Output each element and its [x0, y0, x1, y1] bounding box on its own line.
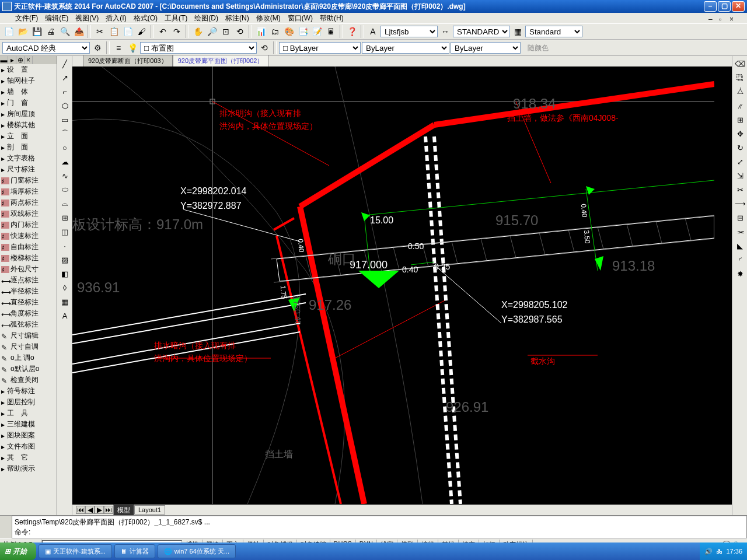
point-icon[interactable]: · — [58, 239, 71, 252]
tree-item[interactable]: ⟷直径标注 — [0, 297, 57, 308]
preview-icon[interactable]: 🔍 — [58, 25, 71, 38]
calc-icon[interactable]: 🖩 — [324, 25, 337, 38]
layer-dropdown[interactable]: □ 布置图 — [140, 42, 257, 54]
taskbar-app-tangent[interactable]: ▣天正软件-建筑系... — [39, 544, 112, 558]
save-icon[interactable]: 💾 — [30, 25, 43, 38]
line-icon[interactable]: ╱ — [58, 57, 71, 70]
chamfer-icon[interactable]: ◣ — [734, 239, 746, 252]
copy-icon[interactable]: 📋 — [107, 25, 120, 38]
tree-item[interactable]: ♯墙厚标注 — [0, 186, 57, 197]
tree-item[interactable]: ♯两点标注 — [0, 197, 57, 208]
zoom-win-icon[interactable]: ⊡ — [219, 25, 232, 38]
pline-icon[interactable]: ⌐ — [58, 85, 71, 98]
menu-dimension[interactable]: 标注(N) — [222, 12, 253, 24]
table-style-icon[interactable]: ▦ — [511, 25, 524, 38]
paste-icon[interactable]: 📄 — [121, 25, 134, 38]
tree-item[interactable]: ♯外包尺寸 — [0, 264, 57, 275]
tab-next-icon[interactable]: ▶ — [95, 506, 104, 514]
tree-item[interactable]: ✎o默认层o — [0, 363, 57, 374]
dim-style-icon[interactable]: ↔ — [439, 25, 452, 38]
lineweight-dropdown[interactable]: ByLayer — [451, 42, 521, 54]
tree-item[interactable]: ▸楼梯其他 — [0, 120, 57, 131]
tree-item[interactable]: ▸轴网柱子 — [0, 75, 57, 86]
mdi-close[interactable]: × — [726, 14, 735, 22]
mdi-minimize[interactable]: – — [705, 14, 714, 22]
zoom-rt-icon[interactable]: 🔎 — [205, 25, 218, 38]
tray-vol-icon[interactable]: 🔊 — [704, 548, 713, 555]
system-tray[interactable]: 🔊 🖧 17:36 — [700, 542, 747, 560]
menu-window[interactable]: 窗口(W) — [284, 12, 316, 24]
xline-icon[interactable]: ↗ — [58, 71, 71, 84]
tree-item[interactable]: ✎尺寸自调 — [0, 341, 57, 352]
tree-item[interactable]: ⟷半径标注 — [0, 286, 57, 297]
extend-icon[interactable]: ⟶ — [734, 197, 746, 210]
tree-pin-icon[interactable]: ⊕ — [16, 56, 25, 64]
menu-insert[interactable]: 插入(I) — [102, 12, 130, 24]
cut-icon[interactable]: ✂ — [93, 25, 106, 38]
tree-item[interactable]: ✎o上 调o — [0, 352, 57, 363]
table-icon[interactable]: ▦ — [58, 295, 71, 308]
tp-icon[interactable]: 🎨 — [282, 25, 295, 38]
tab-003[interactable]: 920皮带廊断面（打印003） — [83, 55, 173, 66]
tree-item[interactable]: ♯自由标注 — [0, 242, 57, 253]
stretch-icon[interactable]: ⇲ — [734, 169, 746, 182]
tree-item[interactable]: ▸房间屋顶 — [0, 108, 57, 120]
menu-modify[interactable]: 修改(M) — [253, 12, 284, 24]
tree-item[interactable]: ▸立 面 — [0, 131, 57, 142]
block-icon[interactable]: ◫ — [58, 225, 71, 238]
redo-icon[interactable]: ↷ — [170, 25, 183, 38]
open-icon[interactable]: 📂 — [16, 25, 29, 38]
tree-item[interactable]: ▸文字表格 — [0, 153, 57, 164]
ellipse-arc-icon[interactable]: ⌓ — [58, 197, 71, 210]
tree-item[interactable]: ▸剖 面 — [0, 142, 57, 153]
rotate-icon[interactable]: ↻ — [734, 141, 746, 154]
circle-icon[interactable]: ○ — [58, 141, 71, 154]
menu-tools[interactable]: 工具(T) — [161, 12, 191, 24]
erase-icon[interactable]: ⌫ — [734, 57, 746, 70]
tree-item[interactable]: ✎检查关闭 — [0, 374, 57, 386]
tree-item[interactable]: ▸符号标注 — [0, 386, 57, 397]
tree-item[interactable]: ▸帮助演示 — [0, 463, 57, 474]
tab-model[interactable]: 模型 — [113, 505, 134, 516]
polygon-icon[interactable]: ⬡ — [58, 99, 71, 112]
explode-icon[interactable]: ✸ — [734, 267, 746, 280]
plot-icon[interactable]: 🖨 — [44, 25, 57, 38]
tree-item[interactable]: ♯楼梯标注 — [0, 253, 57, 264]
scale-icon[interactable]: ⤢ — [734, 155, 746, 168]
menu-help[interactable]: 帮助(H) — [316, 12, 347, 24]
tree-item[interactable]: ♯门窗标注 — [0, 175, 57, 186]
workspace-dropdown[interactable]: AutoCAD 经典 — [2, 42, 90, 54]
markup-icon[interactable]: 📝 — [310, 25, 323, 38]
match-icon[interactable]: 🖌 — [135, 25, 148, 38]
menu-view[interactable]: 视图(V) — [72, 12, 102, 24]
revcloud-icon[interactable]: ☁ — [58, 155, 71, 168]
command-window[interactable]: Settings\Temp\920皮带廊平面图（打印002）_1_1_6827.… — [0, 515, 747, 538]
break-icon[interactable]: ⊟ — [734, 211, 746, 224]
tree-item[interactable]: ▸图层控制 — [0, 397, 57, 408]
menu-file[interactable]: 文件(F) — [12, 12, 41, 24]
insert-icon[interactable]: ⊞ — [58, 211, 71, 224]
tab-last-icon[interactable]: ⏭ — [104, 506, 113, 514]
tree-item[interactable]: ⟷角度标注 — [0, 308, 57, 319]
text-style-dropdown[interactable]: Ljtsfjsb — [381, 26, 438, 37]
zoom-prev-icon[interactable]: ⟲ — [233, 25, 246, 38]
layer-props-icon[interactable]: ≡ — [112, 41, 125, 54]
minimize-button[interactable]: – — [704, 1, 717, 12]
props-icon[interactable]: 📊 — [254, 25, 267, 38]
ws-settings-icon[interactable]: ⚙ — [91, 41, 104, 54]
dc-icon[interactable]: 🗂 — [268, 25, 281, 38]
copy-obj-icon[interactable]: ⿻ — [734, 71, 746, 84]
tree-close-icon[interactable]: × — [25, 56, 33, 64]
ssm-icon[interactable]: 📑 — [296, 25, 309, 38]
tree-item[interactable]: ♯内门标注 — [0, 219, 57, 230]
tree-item[interactable]: ▸文件布图 — [0, 441, 57, 452]
tree-item[interactable]: ♯快速标注 — [0, 230, 57, 242]
tree-item[interactable]: ✎尺寸编辑 — [0, 330, 57, 341]
cmd-prompt[interactable]: 命令: — [15, 527, 744, 537]
text-style-icon[interactable]: A — [366, 25, 379, 38]
move-icon[interactable]: ✥ — [734, 127, 746, 140]
tree-item[interactable]: ▸其 它 — [0, 452, 57, 463]
tree-item[interactable]: ⟷弧弦标注 — [0, 319, 57, 330]
offset-icon[interactable]: ⫽ — [734, 99, 746, 112]
spline-icon[interactable]: ∿ — [58, 169, 71, 182]
